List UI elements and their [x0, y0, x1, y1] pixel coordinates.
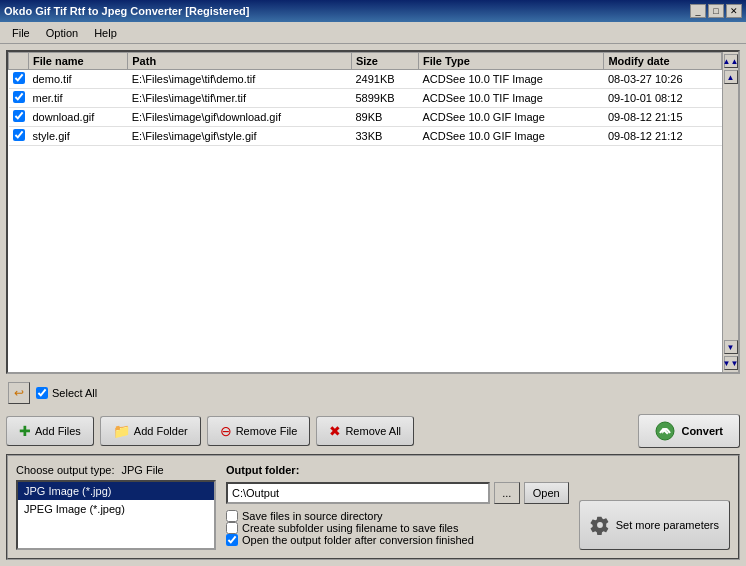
- row-checkbox-cell: [9, 70, 29, 89]
- menu-help[interactable]: Help: [86, 25, 125, 41]
- browse-folder-button[interactable]: ...: [494, 482, 520, 504]
- main-content: File name Path Size File Type Modify dat…: [0, 44, 746, 566]
- row-size: 5899KB: [351, 89, 418, 108]
- add-files-button[interactable]: ✚ Add Files: [6, 416, 94, 446]
- row-checkbox-cell: [9, 127, 29, 146]
- row-checkbox[interactable]: [13, 129, 25, 141]
- params-section: Set more parameters: [579, 464, 730, 550]
- set-params-label: Set more parameters: [616, 519, 719, 531]
- row-path: E:\Files\image\gif\download.gif: [128, 108, 352, 127]
- file-table-wrapper: File name Path Size File Type Modify dat…: [8, 52, 722, 372]
- col-path: Path: [128, 53, 352, 70]
- convert-button[interactable]: Convert: [638, 414, 740, 448]
- checkbox-row: Save files in source directory: [226, 510, 569, 522]
- maximize-button[interactable]: □: [708, 4, 724, 18]
- option-checkbox-1[interactable]: [226, 522, 238, 534]
- file-list-footer: ↩ Select All: [6, 378, 740, 408]
- row-checkbox[interactable]: [13, 91, 25, 103]
- row-filetype: ACDSee 10.0 TIF Image: [419, 70, 604, 89]
- scroll-up-button[interactable]: ▲: [724, 70, 738, 84]
- output-type-selected: JPG File: [122, 464, 164, 476]
- output-type-label-row: Choose output type: JPG File: [16, 464, 216, 476]
- row-filetype: ACDSee 10.0 GIF Image: [419, 108, 604, 127]
- row-filename: style.gif: [29, 127, 128, 146]
- scroll-bottom-button[interactable]: ▼▼: [724, 356, 738, 370]
- col-checkbox: [9, 53, 29, 70]
- row-date: 09-08-12 21:15: [604, 108, 722, 127]
- select-all-label: Select All: [52, 387, 97, 399]
- row-filename: demo.tif: [29, 70, 128, 89]
- output-type-label: Choose output type:: [16, 464, 118, 476]
- row-filetype: ACDSee 10.0 TIF Image: [419, 89, 604, 108]
- convert-icon: [655, 421, 675, 441]
- remove-all-button[interactable]: ✖ Remove All: [316, 416, 414, 446]
- row-checkbox-cell: [9, 108, 29, 127]
- output-folder-section: Output folder: ... Open Save files in so…: [226, 464, 569, 550]
- folder-row: ... Open: [226, 482, 569, 504]
- option-checkbox-0[interactable]: [226, 510, 238, 522]
- output-type-section: Choose output type: JPG File JPG Image (…: [16, 464, 216, 550]
- option-label-2: Open the output folder after conversion …: [242, 534, 474, 546]
- row-path: E:\Files\image\tif\demo.tif: [128, 70, 352, 89]
- output-folder-input[interactable]: [226, 482, 490, 504]
- row-date: 08-03-27 10:26: [604, 70, 722, 89]
- convert-label: Convert: [681, 425, 723, 437]
- file-list-container: File name Path Size File Type Modify dat…: [6, 50, 740, 374]
- select-all-row: Select All: [36, 387, 97, 399]
- option-label-0: Save files in source directory: [242, 510, 383, 522]
- select-all-checkbox[interactable]: [36, 387, 48, 399]
- row-checkbox-cell: [9, 89, 29, 108]
- remove-file-label: Remove File: [236, 425, 298, 437]
- remove-all-label: Remove All: [345, 425, 401, 437]
- menu-option[interactable]: Option: [38, 25, 86, 41]
- col-size: Size: [351, 53, 418, 70]
- minimize-button[interactable]: _: [690, 4, 706, 18]
- add-files-icon: ✚: [19, 423, 31, 439]
- row-size: 89KB: [351, 108, 418, 127]
- table-scrollbar: ▲▲ ▲ ▼ ▼▼: [722, 52, 738, 372]
- row-path: E:\Files\image\tif\mer.tif: [128, 89, 352, 108]
- row-checkbox[interactable]: [13, 72, 25, 84]
- row-filename: download.gif: [29, 108, 128, 127]
- table-row: mer.tif E:\Files\image\tif\mer.tif 5899K…: [9, 89, 722, 108]
- option-label-1: Create subfolder using filename to save …: [242, 522, 458, 534]
- row-path: E:\Files\image\gif\style.gif: [128, 127, 352, 146]
- menu-bar: File Option Help: [0, 22, 746, 44]
- remove-all-icon: ✖: [329, 423, 341, 439]
- output-type-item[interactable]: JPG Image (*.jpg): [18, 482, 214, 500]
- row-filetype: ACDSee 10.0 GIF Image: [419, 127, 604, 146]
- title-bar-text: Okdo Gif Tif Rtf to Jpeg Converter [Regi…: [4, 5, 250, 17]
- scroll-down-button[interactable]: ▼: [724, 340, 738, 354]
- set-params-button[interactable]: Set more parameters: [579, 500, 730, 550]
- bottom-panel: Choose output type: JPG File JPG Image (…: [6, 454, 740, 560]
- row-checkbox[interactable]: [13, 110, 25, 122]
- remove-file-button[interactable]: ⊖ Remove File: [207, 416, 311, 446]
- close-button[interactable]: ✕: [726, 4, 742, 18]
- back-button[interactable]: ↩: [8, 382, 30, 404]
- gear-icon: [590, 515, 610, 535]
- title-bar: Okdo Gif Tif Rtf to Jpeg Converter [Regi…: [0, 0, 746, 22]
- output-type-list[interactable]: JPG Image (*.jpg)JPEG Image (*.jpeg): [16, 480, 216, 550]
- title-bar-buttons: _ □ ✕: [690, 4, 742, 18]
- table-row: download.gif E:\Files\image\gif\download…: [9, 108, 722, 127]
- open-folder-button[interactable]: Open: [524, 482, 569, 504]
- row-size: 2491KB: [351, 70, 418, 89]
- menu-file[interactable]: File: [4, 25, 38, 41]
- col-filetype: File Type: [419, 53, 604, 70]
- output-type-item[interactable]: JPEG Image (*.jpeg): [18, 500, 214, 518]
- add-folder-icon: 📁: [113, 423, 130, 439]
- output-folder-label: Output folder:: [226, 464, 569, 476]
- col-filename: File name: [29, 53, 128, 70]
- add-folder-button[interactable]: 📁 Add Folder: [100, 416, 201, 446]
- option-checkbox-2[interactable]: [226, 534, 238, 546]
- action-buttons: ✚ Add Files 📁 Add Folder ⊖ Remove File ✖…: [6, 412, 740, 450]
- row-filename: mer.tif: [29, 89, 128, 108]
- row-size: 33KB: [351, 127, 418, 146]
- file-table: File name Path Size File Type Modify dat…: [8, 52, 722, 146]
- row-date: 09-08-12 21:12: [604, 127, 722, 146]
- scroll-top-button[interactable]: ▲▲: [724, 54, 738, 68]
- add-files-label: Add Files: [35, 425, 81, 437]
- table-row: demo.tif E:\Files\image\tif\demo.tif 249…: [9, 70, 722, 89]
- checkbox-row: Open the output folder after conversion …: [226, 534, 569, 546]
- row-date: 09-10-01 08:12: [604, 89, 722, 108]
